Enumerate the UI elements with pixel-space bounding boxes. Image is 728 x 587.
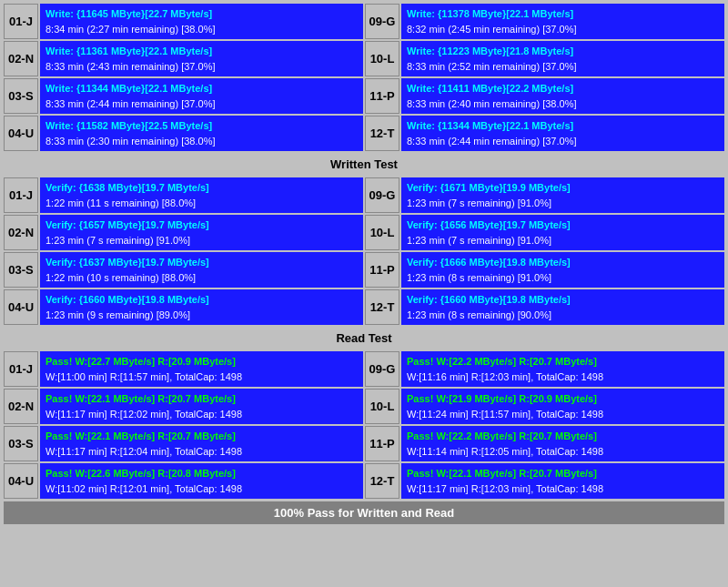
cell-line2-left: W:[11:17 min] R:[12:04 min], TotalCap: 1… [46,444,358,460]
table-row: 01-J Verify: {1638 MByte}[19.7 MByte/s] … [4,177,724,213]
cell-content-left: Verify: {1657 MByte}[19.7 MByte/s] 1:23 … [40,215,363,250]
cell-id-left: 04-U [4,463,38,499]
cell-line1-right: Verify: {1656 MByte}[19.7 MByte/s] [407,218,719,233]
cell-content-right: Pass! W:[22.1 MByte/s] R:[20.7 MByte/s] … [401,463,724,499]
read-section: 01-J Pass! W:[22.7 MByte/s] R:[20.9 MByt… [4,351,724,499]
cell-line1-left: Verify: {1660 MByte}[19.8 MByte/s] [46,292,358,308]
write-rows: 01-J Write: {11645 MByte}[22.7 MByte/s] … [4,4,724,151]
cell-content-right: Verify: {1656 MByte}[19.7 MByte/s] 1:23 … [401,215,724,250]
cell-content-left: Pass! W:[22.7 MByte/s] R:[20.9 MByte/s] … [40,351,363,387]
cell-line1-left: Write: {11361 MByte}[22.1 MByte/s] [46,44,358,59]
write-section: 01-J Write: {11645 MByte}[22.7 MByte/s] … [4,4,724,151]
cell-id-right: 12-T [365,463,399,499]
table-row: 03-S Pass! W:[22.1 MByte/s] R:[20.7 MByt… [4,426,724,461]
cell-line2-left: W:[11:02 min] R:[12:01 min], TotalCap: 1… [46,481,358,497]
cell-line1-left: Write: {11582 MByte}[22.5 MByte/s] [46,118,358,134]
cell-line2-left: W:[11:17 min] R:[12:02 min], TotalCap: 1… [46,407,358,422]
cell-content-left: Write: {11361 MByte}[22.1 MByte/s] 8:33 … [40,41,363,76]
table-row: 01-J Pass! W:[22.7 MByte/s] R:[20.9 MByt… [4,351,724,387]
cell-content-left: Write: {11645 MByte}[22.7 MByte/s] 8:34 … [40,4,363,39]
cell-line2-left: 8:34 min (2:27 min remaining) [38.0%] [46,22,358,37]
cell-id-left: 04-U [4,289,38,325]
cell-line2-right: 1:23 min (7 s remaining) [91.0%] [407,233,719,248]
cell-content-left: Pass! W:[22.1 MByte/s] R:[20.7 MByte/s] … [40,426,363,461]
cell-id-right: 11-P [365,426,399,461]
cell-line1-right: Write: {11411 MByte}[22.2 MByte/s] [407,81,719,96]
cell-content-left: Verify: {1637 MByte}[19.7 MByte/s] 1:22 … [40,252,363,288]
cell-id-right: 12-T [365,289,399,325]
cell-line2-left: 1:22 min (10 s remaining) [88.0%] [46,270,358,286]
main-container: 01-J Write: {11645 MByte}[22.7 MByte/s] … [0,0,728,528]
bottom-status-text: 100% Pass for Written and Read [274,506,454,520]
cell-id-right: 10-L [365,215,399,250]
cell-line1-right: Write: {11378 MByte}[22.1 MByte/s] [407,6,719,22]
cell-line2-left: 8:33 min (2:43 min remaining) [37.0%] [46,59,358,75]
read-test-label: Read Test [336,331,391,345]
cell-line1-right: Pass! W:[21.9 MByte/s] R:[20.9 MByte/s] [407,391,719,407]
cell-id-right: 09-G [365,351,399,387]
table-row: 01-J Write: {11645 MByte}[22.7 MByte/s] … [4,4,724,39]
cell-id-left: 03-S [4,426,38,461]
cell-line1-left: Verify: {1638 MByte}[19.7 MByte/s] [46,180,358,196]
cell-line1-right: Pass! W:[22.2 MByte/s] R:[20.7 MByte/s] [407,354,719,369]
table-row: 03-S Verify: {1637 MByte}[19.7 MByte/s] … [4,252,724,288]
cell-line2-left: 1:22 min (11 s remaining) [88.0%] [46,196,358,211]
cell-line1-left: Pass! W:[22.1 MByte/s] R:[20.7 MByte/s] [46,391,358,407]
read-rows: 01-J Pass! W:[22.7 MByte/s] R:[20.9 MByt… [4,351,724,499]
cell-content-right: Write: {11223 MByte}[21.8 MByte/s] 8:33 … [401,41,724,76]
cell-line1-left: Write: {11645 MByte}[22.7 MByte/s] [46,6,358,22]
cell-id-right: 11-P [365,78,399,114]
bottom-status-bar: 100% Pass for Written and Read [4,501,724,524]
cell-line2-right: 1:23 min (8 s remaining) [90.0%] [407,308,719,323]
table-row: 04-U Pass! W:[22.6 MByte/s] R:[20.8 MByt… [4,463,724,499]
cell-line2-right: W:[11:17 min] R:[12:03 min], TotalCap: 1… [407,481,719,497]
cell-line1-left: Pass! W:[22.7 MByte/s] R:[20.9 MByte/s] [46,354,358,369]
cell-line1-right: Verify: {1671 MByte}[19.9 MByte/s] [407,180,719,196]
cell-line1-right: Write: {11223 MByte}[21.8 MByte/s] [407,44,719,59]
table-row: 04-U Verify: {1660 MByte}[19.8 MByte/s] … [4,289,724,325]
cell-id-right: 11-P [365,252,399,288]
verify-section: 01-J Verify: {1638 MByte}[19.7 MByte/s] … [4,177,724,325]
cell-content-right: Verify: {1671 MByte}[19.9 MByte/s] 1:23 … [401,177,724,213]
cell-content-right: Write: {11344 MByte}[22.1 MByte/s] 8:33 … [401,116,724,151]
cell-line2-left: W:[11:00 min] R:[11:57 min], TotalCap: 1… [46,369,358,385]
cell-line1-right: Verify: {1666 MByte}[19.8 MByte/s] [407,255,719,270]
cell-line2-right: 8:33 min (2:44 min remaining) [37.0%] [407,134,719,149]
cell-line1-right: Pass! W:[22.1 MByte/s] R:[20.7 MByte/s] [407,466,719,481]
cell-id-right: 10-L [365,389,399,424]
cell-line2-left: 1:23 min (9 s remaining) [89.0%] [46,308,358,323]
cell-line2-right: 1:23 min (7 s remaining) [91.0%] [407,196,719,211]
cell-id-left: 01-J [4,177,38,213]
written-test-label: Written Test [330,157,398,171]
cell-line2-left: 1:23 min (7 s remaining) [91.0%] [46,233,358,248]
cell-line1-left: Pass! W:[22.6 MByte/s] R:[20.8 MByte/s] [46,466,358,481]
cell-line2-right: 8:32 min (2:45 min remaining) [37.0%] [407,22,719,37]
cell-content-left: Verify: {1638 MByte}[19.7 MByte/s] 1:22 … [40,177,363,213]
cell-content-right: Write: {11411 MByte}[22.2 MByte/s] 8:33 … [401,78,724,114]
cell-line1-left: Write: {11344 MByte}[22.1 MByte/s] [46,81,358,96]
written-test-divider: Written Test [4,154,724,175]
cell-line1-left: Pass! W:[22.1 MByte/s] R:[20.7 MByte/s] [46,429,358,444]
cell-id-left: 02-N [4,41,38,76]
cell-line2-right: 8:33 min (2:40 min remaining) [38.0%] [407,96,719,112]
cell-line2-right: 1:23 min (8 s remaining) [91.0%] [407,270,719,286]
cell-content-left: Pass! W:[22.6 MByte/s] R:[20.8 MByte/s] … [40,463,363,499]
cell-line1-left: Verify: {1637 MByte}[19.7 MByte/s] [46,255,358,270]
cell-line1-left: Verify: {1657 MByte}[19.7 MByte/s] [46,218,358,233]
cell-content-right: Verify: {1660 MByte}[19.8 MByte/s] 1:23 … [401,289,724,325]
cell-content-left: Write: {11344 MByte}[22.1 MByte/s] 8:33 … [40,78,363,114]
cell-content-right: Verify: {1666 MByte}[19.8 MByte/s] 1:23 … [401,252,724,288]
cell-content-left: Pass! W:[22.1 MByte/s] R:[20.7 MByte/s] … [40,389,363,424]
cell-content-left: Verify: {1660 MByte}[19.8 MByte/s] 1:23 … [40,289,363,325]
table-row: 04-U Write: {11582 MByte}[22.5 MByte/s] … [4,116,724,151]
cell-line2-right: W:[11:14 min] R:[12:05 min], TotalCap: 1… [407,444,719,460]
cell-id-right: 12-T [365,116,399,151]
cell-content-right: Pass! W:[21.9 MByte/s] R:[20.9 MByte/s] … [401,389,724,424]
cell-id-right: 10-L [365,41,399,76]
cell-line2-left: 8:33 min (2:30 min remaining) [38.0%] [46,134,358,149]
cell-id-left: 03-S [4,78,38,114]
verify-rows: 01-J Verify: {1638 MByte}[19.7 MByte/s] … [4,177,724,325]
cell-line1-right: Verify: {1660 MByte}[19.8 MByte/s] [407,292,719,308]
cell-id-right: 09-G [365,4,399,39]
cell-id-left: 04-U [4,116,38,151]
